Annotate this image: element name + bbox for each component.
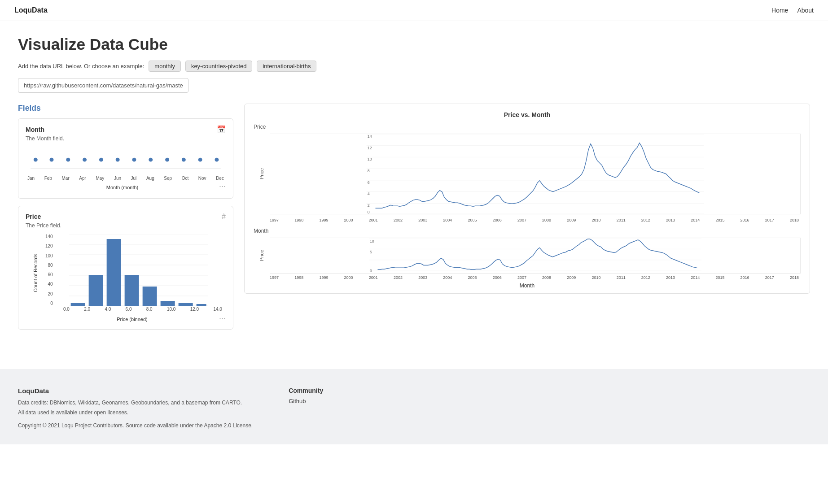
month-desc: The Month field.: [26, 135, 226, 142]
svg-point-4: [83, 158, 87, 162]
svg-point-12: [215, 158, 219, 162]
main-chart-title: Price vs. Month: [254, 111, 801, 118]
nav-about[interactable]: About: [797, 7, 814, 14]
price-chart-svg-top: 14 12 10 8 6 4 2 0: [270, 134, 801, 214]
svg-point-3: [66, 158, 70, 162]
example-bar: Add the data URL below. Or choose an exa…: [18, 61, 810, 72]
nav-links: Home About: [771, 7, 814, 14]
svg-point-7: [132, 158, 136, 162]
main-content: Visualize Data Cube Add the data URL bel…: [0, 21, 828, 351]
svg-point-10: [182, 158, 186, 162]
svg-rect-25: [142, 287, 157, 306]
svg-text:12: 12: [368, 146, 372, 150]
month-field-card: Month 📅 The Month field.: [18, 118, 233, 199]
svg-text:14: 14: [368, 134, 372, 139]
nav-logo: LoquData: [14, 6, 48, 14]
footer-brand: LoquData: [18, 387, 253, 395]
svg-point-2: [50, 158, 54, 162]
footer-brand-section: LoquData Data credits: DBNomics, Wikidat…: [18, 387, 253, 431]
svg-rect-26: [160, 301, 175, 306]
fields-header: Fields: [18, 104, 233, 113]
svg-point-11: [198, 158, 202, 162]
svg-rect-27: [178, 303, 193, 306]
footer-github-link[interactable]: Github: [289, 398, 323, 404]
example-prefix: Add the data URL below. Or choose an exa…: [18, 63, 144, 70]
price-field-card: Price # The Price field. Count of Record…: [18, 206, 233, 330]
svg-text:8: 8: [368, 169, 370, 173]
nav-home[interactable]: Home: [771, 7, 788, 14]
footer: LoquData Data credits: DBNomics, Wikidat…: [0, 369, 828, 444]
month-sparkline: JanFebMarAprMayJunJulAugSepOctNovDec Mon…: [26, 147, 226, 192]
svg-text:0: 0: [370, 269, 372, 273]
y-label-price-top: Price: [259, 168, 264, 179]
svg-point-9: [165, 158, 169, 162]
svg-point-5: [99, 158, 103, 162]
svg-point-8: [149, 158, 153, 162]
svg-rect-28: [196, 304, 206, 306]
month-card-header: Month 📅: [26, 125, 226, 134]
svg-rect-21: [70, 303, 85, 306]
workspace: Fields Month 📅 The Month field.: [18, 104, 810, 337]
price-more-button[interactable]: ···: [219, 313, 226, 323]
navbar: LoquData Home About: [0, 0, 828, 21]
example-monthly[interactable]: monthly: [149, 61, 181, 72]
example-key-countries[interactable]: key-countries-pivoted: [185, 61, 253, 72]
svg-point-1: [34, 158, 38, 162]
svg-point-6: [116, 158, 120, 162]
svg-rect-23: [106, 239, 121, 306]
svg-text:5: 5: [370, 250, 372, 254]
dim-month-bottom: Month: [254, 226, 268, 236]
example-international-births[interactable]: international-births: [257, 61, 316, 72]
url-input[interactable]: [18, 78, 188, 93]
price-chart-svg-bottom: 10 5 0: [270, 238, 801, 274]
month-x-label: Month (month): [26, 185, 219, 190]
left-panel: Fields Month 📅 The Month field.: [18, 104, 233, 337]
dim-price-top: Price: [254, 122, 266, 132]
histogram-svg: [55, 234, 222, 306]
price-histogram: Count of Records 140 120 100 80 60: [26, 234, 226, 323]
month-labels: JanFebMarAprMayJunJulAugSepOctNovDec: [26, 176, 226, 181]
svg-text:4: 4: [368, 191, 370, 196]
footer-community-section: Community Github: [289, 387, 323, 431]
svg-text:10: 10: [370, 239, 374, 243]
price-x-label: Price (binned): [45, 317, 219, 322]
main-chart-panel: Price vs. Month Price Price: [244, 104, 810, 294]
footer-community-title: Community: [289, 387, 323, 394]
svg-text:6: 6: [368, 180, 370, 185]
page-title: Visualize Data Cube: [18, 35, 810, 53]
month-title: Month: [26, 126, 44, 133]
svg-rect-22: [88, 275, 103, 306]
right-panel: Price vs. Month Price Price: [244, 104, 810, 337]
price-desc: The Price field.: [26, 222, 226, 229]
price-title: Price: [26, 213, 41, 220]
chart-x-label: Month: [254, 282, 801, 289]
footer-credits: Data credits: DBNomics, Wikidata, Geonam…: [18, 398, 253, 431]
histogram-y-label: Count of Records: [33, 254, 38, 292]
svg-text:2: 2: [368, 203, 370, 208]
month-sparkline-svg: [26, 149, 226, 174]
calendar-icon: 📅: [217, 125, 226, 134]
price-card-header: Price #: [26, 213, 226, 221]
hash-icon: #: [222, 213, 226, 221]
footer-inner: LoquData Data credits: DBNomics, Wikidat…: [18, 387, 810, 431]
y-label-price-bottom: Price: [259, 250, 264, 261]
svg-rect-24: [124, 275, 139, 306]
month-more-button[interactable]: ···: [219, 182, 226, 191]
svg-text:10: 10: [368, 157, 372, 161]
svg-text:0: 0: [368, 210, 370, 214]
